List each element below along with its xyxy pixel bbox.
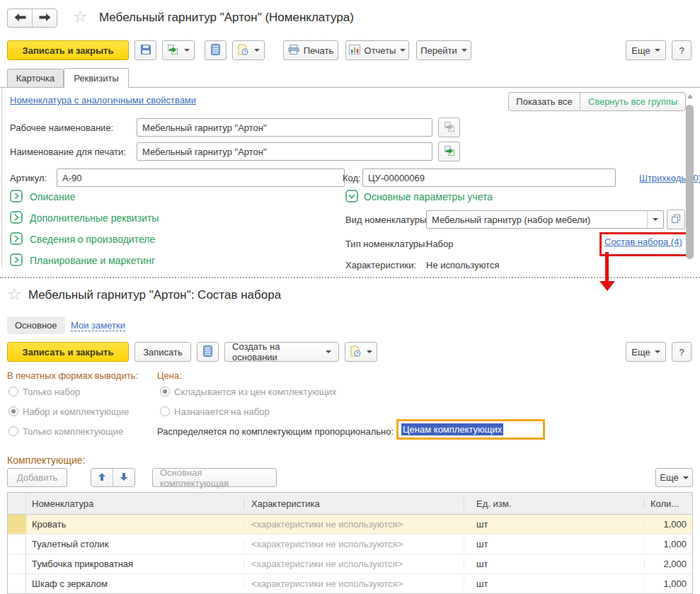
section-main-params[interactable]: Основные параметры учета (364, 191, 493, 202)
selected-text: Ценам комплектующих (401, 423, 503, 435)
annotation-arrow-stem (605, 252, 609, 282)
print-button[interactable]: Печать (283, 40, 338, 60)
kit-composition-link[interactable]: Состав набора (4) (604, 236, 682, 247)
article-input[interactable]: А-90 (57, 169, 345, 187)
move-buttons-group (91, 468, 135, 487)
table-header-row: Номенклатура Характеристика Ед. изм. Кол… (8, 493, 692, 515)
create-based-on-button[interactable]: Создать на основании (224, 342, 339, 362)
history-dropdown-button-2[interactable] (345, 342, 377, 362)
copy-value-dropdown-button[interactable] (162, 40, 195, 60)
radio-only-kit-label[interactable]: Только набор (23, 387, 80, 397)
column-header-quantity[interactable]: Коли... (645, 498, 692, 509)
reports-button[interactable]: Отчеты (345, 40, 409, 60)
section-description[interactable]: Описание (30, 191, 75, 202)
copy-print-name-button[interactable] (438, 142, 460, 161)
move-up-button[interactable] (91, 469, 113, 486)
section-toggle-manufacturer-icon[interactable] (10, 232, 23, 247)
favorite-star-icon[interactable]: ☆ (73, 8, 88, 25)
article-label: Артикул: (10, 173, 47, 183)
save-button-2[interactable]: Записать (134, 342, 191, 362)
nav-main-tab[interactable]: Основное (7, 316, 65, 334)
help-button-top[interactable]: ? (672, 40, 692, 60)
table-row[interactable]: Тумбочка прикроватная <характеристики не… (8, 554, 692, 574)
copy-working-name-button[interactable] (438, 118, 460, 137)
row-marker (8, 535, 26, 554)
print-name-input[interactable]: Мебельный гарнитур "Артон" (137, 142, 432, 161)
column-header-unit[interactable]: Ед. изм. (464, 498, 645, 509)
bar-chart-icon (349, 45, 360, 57)
column-header-nomenclature[interactable]: Номенклатура (26, 498, 244, 509)
printer-icon (288, 45, 299, 57)
tab-card[interactable]: Карточка (7, 69, 64, 88)
section-toggle-planning-icon[interactable] (10, 253, 23, 268)
section-toggle-additional-icon[interactable] (10, 211, 23, 226)
back-arrow-icon (14, 13, 26, 23)
content-left-border (1, 88, 2, 268)
radio-price-from-components[interactable] (160, 387, 170, 396)
radio-only-components-label[interactable]: Только комплектующие (23, 426, 123, 437)
annotation-arrow-head (599, 281, 615, 291)
back-button[interactable] (8, 9, 32, 27)
chevron-down-icon (367, 350, 372, 353)
arrow-up-icon (98, 472, 106, 484)
column-header-characteristic[interactable]: Характеристика (244, 498, 464, 509)
table-row[interactable]: Туалетный столик <характеристики не испо… (8, 535, 692, 554)
radio-price-assigned[interactable] (160, 406, 170, 416)
chevron-down-icon (461, 49, 467, 52)
add-button[interactable]: Добавить (7, 468, 67, 487)
more-button-table[interactable]: Еще (655, 468, 693, 487)
show-in-list-button-2[interactable] (197, 342, 219, 362)
radio-price-assigned-label[interactable]: Назначается на набор (174, 406, 270, 417)
main-component-button[interactable]: Основная комплектующая (152, 468, 277, 487)
open-window-icon (672, 215, 680, 225)
show-all-button[interactable]: Показать все (509, 93, 580, 110)
kind-combo[interactable]: Мебельный гарнитур (набор мебели) (426, 210, 664, 229)
section-additional-attributes[interactable]: Дополнительные реквизиты (30, 212, 159, 224)
save-button[interactable] (134, 40, 156, 60)
radio-kit-and-components[interactable] (8, 406, 18, 416)
chevron-down-icon (254, 49, 260, 52)
save-and-close-button[interactable]: Записать и закрыть (7, 40, 129, 60)
nav-my-notes-link[interactable]: Мои заметки (71, 320, 125, 331)
list-icon (203, 345, 212, 359)
tab-details[interactable]: Реквизиты (64, 68, 129, 88)
section-toggle-params-icon[interactable] (345, 190, 358, 205)
distribution-input[interactable]: Ценам комплектующих (396, 419, 545, 440)
favorite-star-icon-2[interactable]: ☆ (7, 286, 22, 302)
goto-button[interactable]: Перейти (416, 40, 471, 60)
radio-kit-and-components-label[interactable]: Набор и комплектующие (23, 406, 129, 417)
section-manufacturer-info[interactable]: Сведения о производителе (30, 234, 155, 245)
app-window: ☆ Мебельный гарнитур "Артон" (Номенклату… (0, 0, 700, 594)
forward-button[interactable] (32, 9, 57, 27)
more-button-top[interactable]: Еще (626, 40, 666, 60)
move-down-button[interactable] (113, 469, 134, 486)
radio-only-components[interactable] (8, 426, 18, 436)
table-row[interactable]: Кровать <характеристики не используются>… (8, 515, 692, 535)
section-toggle-description-icon[interactable] (10, 190, 23, 205)
code-label: Код: (343, 173, 361, 183)
components-table: Номенклатура Характеристика Ед. изм. Кол… (7, 492, 693, 594)
radio-price-from-components-label[interactable]: Складывается из цен комплектующих (174, 387, 336, 397)
help-button-bottom[interactable]: ? (672, 342, 692, 362)
save-and-close-button-2[interactable]: Записать и закрыть (7, 342, 129, 362)
table-row[interactable]: Шкаф с зеркалом <характеристики не испол… (8, 574, 692, 594)
scrollbar-thumb[interactable] (686, 105, 694, 259)
print-forms-caption: В печатных формах выводить: (7, 370, 138, 381)
chevron-down-icon (655, 350, 660, 353)
price-caption: Цена: (157, 370, 182, 381)
open-kind-button[interactable] (667, 210, 685, 229)
show-in-list-button[interactable] (205, 40, 226, 60)
collapse-groups-button[interactable]: Свернуть все группы (580, 93, 685, 110)
working-name-input[interactable]: Мебельный гарнитур "Артон" (137, 118, 432, 137)
kind-label: Вид номенклатуры: (345, 215, 429, 225)
copy-value-icon (444, 145, 455, 159)
radio-only-kit[interactable] (8, 387, 18, 396)
more-button-bottom[interactable]: Еще (626, 342, 666, 362)
code-input[interactable]: ЦУ-00000069 (362, 169, 616, 187)
similar-nomenclature-link[interactable]: Номенклатура с аналогичными свойствами (10, 95, 196, 105)
chevron-down-icon (400, 49, 406, 52)
scrollbar-up-arrow-icon[interactable] (687, 94, 693, 98)
section-planning-marketing[interactable]: Планирование и маркетинг (30, 255, 155, 266)
history-dropdown-button[interactable] (232, 40, 265, 60)
combo-dropdown-button[interactable] (647, 211, 663, 228)
